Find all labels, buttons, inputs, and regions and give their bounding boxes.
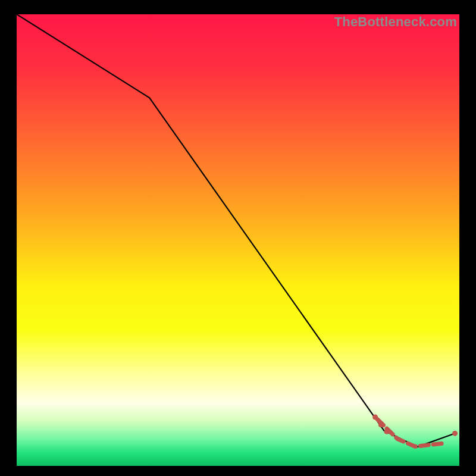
data-point xyxy=(452,431,458,436)
watermark-text: TheBottleneck.com xyxy=(334,14,457,30)
data-point xyxy=(378,422,384,427)
bottleneck-chart xyxy=(17,14,459,466)
gradient-background xyxy=(17,14,459,466)
data-point xyxy=(372,415,378,420)
data-point xyxy=(384,429,390,434)
chart-frame: TheBottleneck.com xyxy=(17,14,459,466)
